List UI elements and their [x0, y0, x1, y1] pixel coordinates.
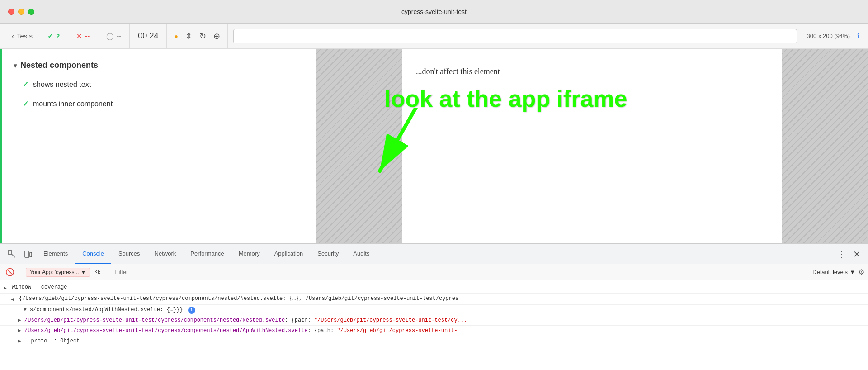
console-line-2[interactable]: ◀ {/Users/gleb/git/cypress-svelte-unit-t…: [0, 294, 868, 305]
check-icon: ✓: [47, 32, 53, 40]
viewport-size: 300 x 200 (94%): [802, 33, 854, 39]
maximize-button[interactable]: [28, 9, 34, 15]
console-filter-input[interactable]: [115, 267, 810, 278]
pending-count: --: [117, 32, 121, 40]
devtools-close-button[interactable]: ✕: [849, 249, 864, 260]
tests-nav-button[interactable]: ‹ Tests: [5, 24, 39, 48]
info-badge: i: [188, 307, 195, 314]
test-item-1[interactable]: ✓ shows nested text: [9, 75, 316, 94]
clear-console-button[interactable]: 🚫: [4, 266, 16, 279]
levels-arrow-icon: ▼: [849, 269, 855, 275]
minimize-button[interactable]: [18, 9, 24, 15]
pass-icon-1: ✓: [23, 80, 28, 89]
expand-icon-4: ▶: [18, 316, 24, 324]
console-text-6: __proto__: Object: [24, 337, 864, 345]
target-icon[interactable]: ⊕: [213, 31, 220, 41]
console-text-3: s/components/nested/AppWithNested.svelte…: [30, 306, 864, 314]
toolbar-controls: ● ⇕ ↻ ⊕: [167, 24, 227, 48]
expand-arrow-icon: ▶: [4, 284, 9, 292]
expand-icon-3: ▼: [24, 306, 29, 314]
test-panel: ▾ Nested components ✓ shows nested text …: [0, 49, 316, 243]
info-icon[interactable]: ℹ: [854, 32, 863, 40]
console-line-3[interactable]: ▼ s/components/nested/AppWithNested.svel…: [0, 305, 868, 315]
test-label-1: shows nested text: [33, 81, 91, 89]
cross-icon: ✕: [76, 32, 82, 40]
timer-value: 00.24: [138, 31, 158, 41]
chevron-left-icon: ‹: [12, 32, 14, 40]
window-title: cypress-svelte-unit-test: [401, 8, 467, 15]
toolbar-divider-1: [21, 268, 21, 277]
console-text-1: window.__coverage__: [12, 283, 864, 291]
more-tabs-button[interactable]: ⋮: [834, 249, 849, 259]
tab-memory[interactable]: Memory: [231, 244, 267, 264]
preview-area: ...don't affect this element look at the…: [316, 49, 868, 243]
inspect-element-button[interactable]: [4, 246, 20, 262]
svg-rect-2: [8, 251, 12, 254]
devtools-tabs: Elements Console Sources Network Perform…: [0, 244, 868, 264]
tab-sources[interactable]: Sources: [111, 244, 147, 264]
back-arrow-icon: ◀: [11, 295, 16, 304]
url-input[interactable]: [233, 29, 797, 43]
test-group: ▾ Nested components ✓ shows nested text …: [0, 49, 316, 114]
right-stripe: [782, 49, 868, 243]
svg-rect-3: [25, 251, 29, 257]
console-output: ▶ window.__coverage__ ◀ {/Users/gleb/git…: [0, 280, 868, 370]
expand-icon-6: ▶: [18, 337, 24, 345]
preview-main: ...don't affect this element: [316, 49, 868, 243]
main-area: ▾ Nested components ✓ shows nested text …: [0, 49, 868, 243]
timer-display: 00.24: [130, 24, 167, 48]
chevron-down-icon: ▾: [14, 62, 17, 69]
failed-count: --: [85, 32, 90, 40]
console-text-4: /Users/gleb/git/cypress-svelte-unit-test…: [24, 316, 864, 324]
close-button[interactable]: [8, 9, 14, 15]
console-settings-button[interactable]: ⚙: [858, 268, 864, 276]
console-text-2: {/Users/gleb/git/cypress-svelte-unit-tes…: [19, 294, 864, 303]
svg-rect-4: [30, 252, 32, 257]
toolbar: ‹ Tests ✓ 2 ✕ -- ◯ -- 00.24 ● ⇕ ↻ ⊕ 300 …: [0, 24, 868, 49]
preview-center: ...don't affect this element: [402, 49, 782, 243]
pending-stat: ◯ --: [98, 24, 130, 48]
context-selector[interactable]: Your App: 'cypress... ▼: [26, 268, 90, 277]
titlebar: cypress-svelte-unit-test: [0, 0, 868, 24]
test-group-header[interactable]: ▾ Nested components: [9, 56, 316, 75]
failed-stat: ✕ --: [68, 24, 98, 48]
toolbar-divider-2: [110, 268, 110, 277]
status-bar: [0, 49, 2, 243]
device-toolbar-button[interactable]: [20, 246, 36, 262]
preview-text: ...don't affect this element: [416, 67, 500, 76]
window-controls[interactable]: [8, 9, 34, 15]
devtools-panel: Elements Console Sources Network Perform…: [0, 243, 868, 370]
tab-security[interactable]: Security: [310, 244, 346, 264]
console-line-4[interactable]: ▶ /Users/gleb/git/cypress-svelte-unit-te…: [0, 315, 868, 326]
left-stripe: [316, 49, 402, 243]
tab-application[interactable]: Application: [267, 244, 311, 264]
tab-performance[interactable]: Performance: [183, 244, 231, 264]
tab-console[interactable]: Console: [75, 244, 111, 264]
group-name: Nested components: [20, 61, 98, 70]
console-line-6[interactable]: ▶ __proto__: Object: [0, 336, 868, 346]
refresh-icon[interactable]: ↻: [199, 31, 206, 41]
context-label: Your App: 'cypress...: [30, 269, 79, 275]
passed-count: 2: [56, 32, 60, 40]
tests-label: Tests: [17, 32, 33, 40]
tab-elements[interactable]: Elements: [36, 244, 75, 264]
dropdown-arrow-icon: ▼: [81, 269, 86, 275]
tab-network[interactable]: Network: [147, 244, 184, 264]
console-line-5[interactable]: ▶ /Users/gleb/git/cypress-svelte-unit-te…: [0, 326, 868, 336]
pass-icon-2: ✓: [23, 100, 28, 108]
console-text-5: /Users/gleb/git/cypress-svelte-unit-test…: [24, 327, 864, 335]
devtools-console-toolbar: 🚫 Your App: 'cypress... ▼ 👁 Default leve…: [0, 264, 868, 280]
console-line-1[interactable]: ▶ window.__coverage__: [0, 282, 868, 294]
passed-stat: ✓ 2: [39, 24, 68, 48]
scroll-icon[interactable]: ⇕: [185, 31, 192, 41]
pending-icon: ◯: [106, 32, 114, 40]
levels-label: Default levels: [812, 269, 848, 275]
expand-icon-5: ▶: [18, 327, 24, 335]
test-item-2[interactable]: ✓ mounts inner component: [9, 94, 316, 114]
log-levels-button[interactable]: Default levels ▼: [812, 269, 855, 275]
test-label-2: mounts inner component: [33, 100, 113, 108]
status-dot: ●: [174, 33, 178, 40]
tab-audits[interactable]: Audits: [346, 244, 377, 264]
preserve-log-button[interactable]: 👁: [93, 266, 105, 279]
